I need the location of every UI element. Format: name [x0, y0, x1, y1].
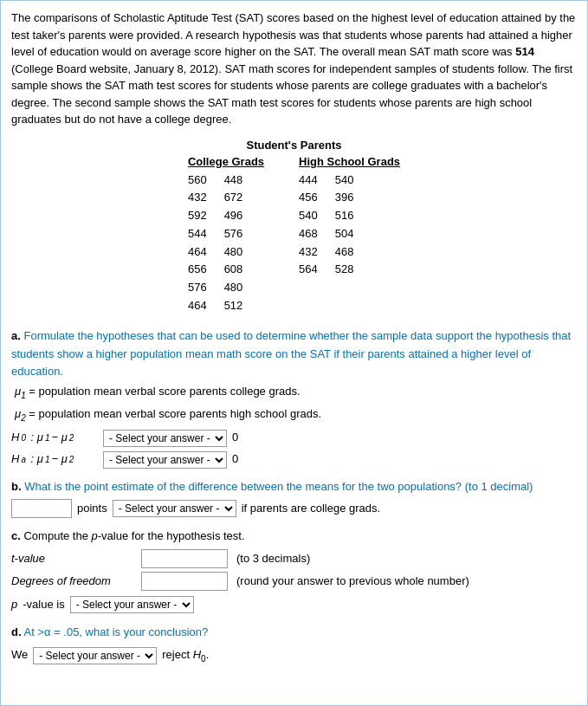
- table-title: Student's Parents: [11, 139, 577, 152]
- part-a-section: a. Formulate the hypotheses that can be …: [11, 327, 577, 469]
- college-grads-right: 448672496576480608480512: [224, 172, 243, 315]
- college-grads-header: College Grads: [188, 155, 264, 168]
- h0-row: H0 : μ1 − μ2 - Select your answer - ≥ = …: [11, 429, 577, 447]
- part-d-question: At >α = .05, what is your conclusion?: [23, 625, 208, 638]
- part-c-section: c. Compute the p-value for the hypothesi…: [11, 527, 577, 613]
- highschool-grads-group: High School Grads 444456540468432564 540…: [299, 155, 400, 315]
- h0-label: H0 : μ1 − μ2: [11, 429, 98, 447]
- part-b-label: b.: [11, 480, 22, 493]
- part-b-input-row: points - Select your answer - + - if par…: [11, 499, 577, 518]
- df-label: Degrees of freedom: [11, 572, 132, 591]
- part-c-question: Compute the p-value for the hypothesis t…: [23, 529, 244, 542]
- if-parents-label: if parents are college grads.: [242, 499, 380, 518]
- part-a-label: a.: [11, 329, 21, 342]
- highschool-grads-left: 444456540468432564: [299, 172, 318, 280]
- pvalue-label2: -value is: [23, 595, 64, 614]
- part-d-section: d. At >α = .05, what is your conclusion?…: [11, 623, 577, 666]
- tvalue-label: t-value: [11, 549, 132, 568]
- h0-select[interactable]: - Select your answer - ≥ = ≤ > < ≠: [103, 430, 227, 447]
- ha-select[interactable]: - Select your answer - ≥ = ≤ > < ≠: [103, 451, 227, 469]
- pvalue-label: p: [11, 595, 17, 614]
- df-hint: (round your answer to previous whole num…: [236, 572, 469, 591]
- college-grads-group: College Grads 560432592544464656576464 4…: [188, 155, 264, 315]
- part-c-label: c.: [11, 529, 21, 542]
- points-sign-select[interactable]: - Select your answer - + -: [113, 500, 236, 517]
- highschool-grads-header: High School Grads: [299, 155, 400, 168]
- ha-zero: 0: [232, 450, 238, 469]
- part-b-question: What is the point estimate of the differ…: [24, 480, 533, 493]
- reject-label: reject H0.: [162, 645, 209, 666]
- part-a-question: Formulate the hypotheses that can be use…: [11, 329, 571, 379]
- conclusion-select[interactable]: - Select your answer - do not can: [33, 647, 157, 664]
- we-label: We: [11, 645, 28, 664]
- pvalue-row: p-value is - Select your answer - < .01 …: [11, 595, 577, 614]
- df-row: Degrees of freedom (round your answer to…: [11, 572, 577, 591]
- pvalue-select[interactable]: - Select your answer - < .01 between .01…: [70, 596, 194, 613]
- college-grads-left: 560432592544464656576464: [188, 172, 207, 315]
- conclusion-row: We - Select your answer - do not can rej…: [11, 645, 577, 666]
- tvalue-row: t-value (to 3 decimals): [11, 549, 577, 568]
- h0-zero: 0: [232, 429, 238, 447]
- mu1-definition: μ1 = population mean verbal score parent…: [15, 381, 577, 404]
- ha-row: Ha : μ1 − μ2 - Select your answer - ≥ = …: [11, 450, 577, 469]
- ha-label: Ha : μ1 − μ2: [11, 450, 98, 469]
- passage-text: The comparisons of Scholastic Aptitude T…: [11, 10, 577, 128]
- points-label: points: [77, 499, 107, 518]
- highschool-grads-right: 540396516504468528: [335, 172, 354, 280]
- point-estimate-input[interactable]: [11, 499, 72, 518]
- part-d-label: d.: [11, 625, 22, 638]
- tvalue-hint: (to 3 decimals): [236, 549, 310, 568]
- data-table-section: Student's Parents College Grads 56043259…: [11, 139, 577, 315]
- tvalue-input[interactable]: [141, 549, 228, 568]
- mu2-definition: μ2 = population mean verbal score parent…: [15, 404, 577, 426]
- part-b-section: b. What is the point estimate of the dif…: [11, 477, 577, 518]
- df-input[interactable]: [141, 572, 228, 591]
